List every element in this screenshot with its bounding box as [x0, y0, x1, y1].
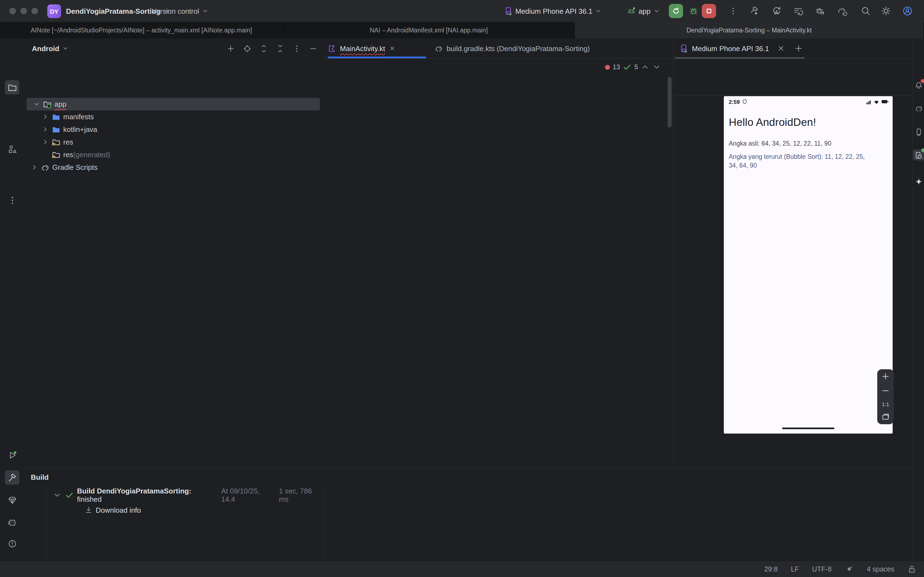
close-button[interactable]: [777, 44, 785, 53]
file-writable-button[interactable]: [908, 565, 916, 574]
tree-item-res[interactable]: res (generated): [24, 148, 323, 161]
tree-item-app[interactable]: app: [26, 98, 320, 110]
stripe-project-button[interactable]: [5, 80, 19, 95]
build-result-row[interactable]: Build DendiYogiaPratamaSorting: finished…: [53, 488, 323, 502]
right-tool-stripe: [912, 39, 924, 561]
editor-scrollbar[interactable]: [668, 77, 672, 127]
tree-item-Gradle-Scripts[interactable]: Gradle Scripts: [24, 161, 323, 174]
plus-icon: [881, 372, 890, 381]
stripe-device-explorer-button[interactable]: [913, 126, 924, 137]
window-minimize-button[interactable]: [20, 8, 27, 14]
build-download-info-row[interactable]: Download info: [85, 503, 141, 517]
debug-button[interactable]: [687, 4, 701, 18]
folder-res-icon: [52, 138, 60, 147]
chev-d-icon: [202, 8, 208, 14]
tree-chevron[interactable]: [42, 126, 51, 133]
editor-error-stripe[interactable]: [666, 58, 673, 468]
kebab-icon: [729, 6, 738, 15]
stripe-more-button[interactable]: [5, 193, 19, 207]
stripe-build-button[interactable]: [5, 471, 19, 485]
tree-chevron[interactable]: [42, 139, 51, 146]
project-locate-button[interactable]: [241, 42, 253, 55]
code-editor[interactable]: [323, 58, 666, 468]
close-icon: [777, 44, 785, 53]
project-badge: DY: [47, 5, 61, 18]
attach-debugger-button[interactable]: [814, 5, 826, 17]
device-selector[interactable]: Medium Phone API 36.1: [504, 0, 602, 22]
device-screen[interactable]: 2:59 Hello AndroidDen! Angka asli: 64, 3…: [724, 96, 893, 434]
window-zoom-button[interactable]: [31, 8, 38, 14]
plus-icon: [794, 44, 803, 53]
minus-icon: [881, 387, 890, 395]
sync-alt-button[interactable]: [771, 5, 783, 17]
stripe-problems-button[interactable]: [5, 536, 19, 551]
battery-icon: [881, 98, 889, 105]
folder-module-icon: [43, 100, 52, 108]
stripe-logcat-button[interactable]: [5, 516, 19, 530]
stop-icon: [704, 6, 713, 15]
ai-assistant-off-button[interactable]: [845, 565, 854, 574]
run-configuration-selector[interactable]: app: [627, 0, 660, 22]
tree-item-label: res: [63, 138, 73, 146]
build-console[interactable]: [323, 485, 830, 561]
device-name: Medium Phone API 36.1: [515, 7, 592, 15]
stripe-run-button[interactable]: [5, 448, 19, 462]
zoom-in-button[interactable]: [881, 372, 890, 381]
rerun-button[interactable]: [669, 4, 683, 18]
bug-icon: [689, 6, 698, 15]
project-collapse-all-button[interactable]: [274, 42, 286, 55]
chevron-down-icon: [653, 8, 660, 14]
run-more-actions-button[interactable]: [727, 4, 739, 18]
app-insights-icon: [7, 495, 17, 505]
gradle-sync-button[interactable]: [836, 5, 848, 17]
kebab-icon: [729, 6, 738, 15]
zoom-out-button[interactable]: [881, 387, 890, 395]
editor-tab-mainactivity[interactable]: MainActivity.kt: [328, 39, 396, 58]
project-add-button[interactable]: [225, 42, 236, 55]
check-icon: [65, 491, 74, 500]
account-button[interactable]: [901, 5, 914, 17]
profiler-button[interactable]: [792, 5, 804, 17]
account-icon: [903, 6, 913, 16]
device-toolbar: [674, 59, 913, 96]
stop-button[interactable]: [702, 4, 716, 18]
editor-tab-buildgradle[interactable]: build.gradle.kts (DendiYogiaPratama-Sort…: [435, 39, 590, 58]
search-button[interactable]: [859, 5, 872, 17]
ai-off-icon: [845, 565, 854, 574]
chev-r-icon: [42, 126, 49, 133]
more-icon: [7, 195, 17, 205]
device-tab-label[interactable]: Medium Phone API 36.1: [692, 44, 769, 53]
file-encoding[interactable]: UTF-8: [812, 566, 832, 573]
tree-item-res[interactable]: res: [24, 136, 323, 148]
app-original-numbers: Angka asli: 64, 34, 25, 12, 22, 11, 90: [729, 139, 831, 148]
project-expand-all-button[interactable]: [257, 42, 270, 55]
stripe-notifications-button[interactable]: [913, 80, 924, 91]
window-tab-3[interactable]: DendiYogiaPratama-Sorting – MainActivity…: [575, 22, 924, 39]
caret-position[interactable]: 29:8: [764, 566, 778, 573]
project-view-selector[interactable]: Android: [32, 44, 69, 53]
stripe-gemini-button[interactable]: [913, 176, 924, 187]
build-run-button[interactable]: [748, 5, 761, 17]
indent-setting[interactable]: 4 spaces: [867, 566, 894, 573]
line-ending[interactable]: LF: [791, 566, 799, 573]
project-hide-button[interactable]: [307, 42, 319, 55]
zoom-fit-button[interactable]: [881, 413, 890, 421]
close-tab-button[interactable]: [389, 45, 396, 52]
tree-chevron[interactable]: [42, 113, 51, 120]
zoom-reset-button[interactable]: 1:1: [882, 401, 889, 407]
window-tab-2[interactable]: NAI – AndroidManifest.xml [NAI.app.main]: [283, 22, 575, 39]
phone-device-icon: [504, 6, 513, 15]
tree-item-manifests[interactable]: manifests: [24, 110, 323, 123]
stripe-gradle-button[interactable]: [913, 103, 924, 114]
vcs-widget[interactable]: Version control: [152, 0, 208, 22]
settings-button[interactable]: [880, 5, 892, 17]
stripe-running-devices-button[interactable]: [913, 150, 924, 160]
tree-chevron[interactable]: [33, 101, 42, 108]
tree-item-kotlin-java[interactable]: kotlin+java: [24, 123, 323, 136]
window-tab-1[interactable]: AINote [~/AndroidStudioProjects/AINote] …: [0, 22, 283, 39]
stripe-resource-manager-button[interactable]: [5, 142, 19, 156]
tree-chevron[interactable]: [31, 164, 40, 171]
window-close-button[interactable]: [9, 8, 16, 14]
project-more-button[interactable]: [291, 42, 302, 55]
stripe-app-insights-button[interactable]: [5, 493, 19, 507]
